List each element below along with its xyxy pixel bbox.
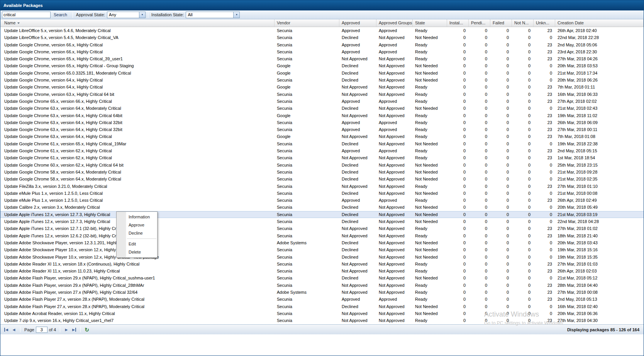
approval-state-value: Any	[107, 12, 139, 18]
cell-not_needed: 0	[512, 232, 534, 239]
cell-state: Ready	[413, 147, 447, 154]
table-row[interactable]: Update Google Chrome, version 66.x, High…	[0, 48, 644, 55]
table-row[interactable]: Update Adobe Shockwave Player 10.x, vers…	[0, 254, 644, 261]
column-header-not_needed[interactable]: Not N...	[512, 19, 534, 27]
table-row[interactable]: Update FileZilla 3.x, version 3.21.0, Mo…	[0, 183, 644, 190]
table-row[interactable]: Update Adobe Flash Player, version 29.x …	[0, 274, 644, 281]
toolbar-separator	[148, 12, 148, 18]
table-row[interactable]: Update Adobe Flash Player 27.x, version …	[0, 296, 644, 303]
column-header-name[interactable]: Name	[0, 19, 275, 27]
table-row[interactable]: Update Adobe Shockwave Player, version 1…	[0, 239, 644, 246]
cell-installed: 0	[447, 267, 469, 274]
table-row[interactable]: Update Apple iTunes 12.x, version 12.7.3…	[0, 211, 644, 218]
table-row[interactable]: Update Google Chrome 58.x, version 64.x,…	[0, 175, 644, 182]
column-header-state[interactable]: State	[413, 19, 447, 27]
table-row[interactable]: Update LibreOffice 5.x, version 5.4.6, M…	[0, 27, 644, 34]
cell-creation_date: 2nd May, 2018 05:15	[555, 147, 644, 154]
cell-approved: Declined	[339, 162, 376, 169]
column-header-approved[interactable]: Approved	[339, 19, 376, 27]
menu-item-edit[interactable]: Edit	[117, 240, 157, 248]
menu-item-approve[interactable]: Approve	[117, 221, 157, 229]
column-header-installed[interactable]: Instal...	[447, 19, 469, 27]
table-row[interactable]: Update LibreOffice 5.x, version 5.4.5, M…	[0, 34, 644, 41]
table-row[interactable]: Update Google Chrome 63.x, version 64.x,…	[0, 105, 644, 112]
table-row[interactable]: Update eMule Plus 1.x, version 1.2.5.0, …	[0, 190, 644, 197]
table-row[interactable]: Update Google Chrome, version 64.x, High…	[0, 83, 644, 90]
cell-failed: 0	[490, 83, 512, 90]
column-header-pending[interactable]: Pendi...	[469, 19, 490, 27]
table-row[interactable]: Update Google Chrome, version 64.x, High…	[0, 77, 644, 83]
first-page-button[interactable]: ◀	[2, 326, 10, 333]
table-row[interactable]: Update Calibre 2.x, version 3.x, Moderat…	[0, 204, 644, 211]
menu-item-delete[interactable]: Delete	[117, 248, 157, 256]
cell-pending: 0	[469, 133, 490, 140]
cell-not_needed: 0	[512, 133, 534, 140]
cell-name: Update Google Chrome 63.x, version 64.x,…	[0, 105, 275, 112]
column-header-creation_date[interactable]: Creation Date	[555, 19, 644, 27]
table-row[interactable]: Update Google Chrome 63.x, version 64.x,…	[0, 133, 644, 140]
cell-approved_groups: Not Approved	[376, 175, 413, 182]
installation-state-select[interactable]: All ▼	[186, 12, 240, 18]
column-header-vendor[interactable]: Vendor	[275, 19, 339, 27]
table-row[interactable]: Update Adobe Acrobat Reader, version 11.…	[0, 310, 644, 317]
table-row[interactable]: Update Adobe Flash Player 27.x, version …	[0, 303, 644, 310]
previous-page-button[interactable]: ◀	[10, 326, 18, 333]
approval-state-select[interactable]: Any ▼	[107, 12, 146, 18]
cell-creation_date: 26th Apr, 2018 02:40	[555, 27, 644, 34]
cell-failed: 0	[490, 91, 512, 98]
table-row[interactable]: Update Adobe Reader XI 11.x, version 18.…	[0, 261, 644, 267]
cell-approved: Not Approved	[339, 112, 376, 119]
table-row[interactable]: Update Apple iTunes 12.x, version 12.6.2…	[0, 232, 644, 239]
menu-item-decline[interactable]: Decline	[117, 229, 157, 237]
table-row[interactable]: Update Google Chrome 58.x, version 64.x,…	[0, 169, 644, 175]
cell-creation_date: 19th Mar, 2018 22:38	[555, 140, 644, 147]
cell-pending: 0	[469, 317, 490, 324]
cell-name: Update Google Chrome, version 66.x, High…	[0, 48, 275, 55]
cell-installed: 0	[447, 154, 469, 161]
table-row[interactable]: Update Google Chrome 61.x, version 62.x,…	[0, 147, 644, 154]
table-row[interactable]: Update Google Chrome 60.x, version 62.x,…	[0, 162, 644, 169]
column-header-failed[interactable]: Failed	[490, 19, 512, 27]
column-header-approved_groups[interactable]: Approved Groups	[376, 19, 413, 27]
cell-creation_date: 16th Mar, 2018 06:33	[555, 91, 644, 98]
cell-creation_date: 16th Mar, 2018 02:40	[555, 303, 644, 310]
cell-state: Ready	[413, 27, 447, 34]
table-row[interactable]: Update Google Chrome, version 66.x, High…	[0, 41, 644, 48]
table-row[interactable]: Update Adobe Shockwave Player 10.x, vers…	[0, 246, 644, 253]
table-row[interactable]: Update Adobe Flash Player, version 29.x …	[0, 282, 644, 289]
refresh-button[interactable]: ↻	[83, 326, 91, 333]
table-row[interactable]: Update Adobe Reader XI 11.x, version 11.…	[0, 267, 644, 274]
table-row[interactable]: Update Google Chrome 61.x, version 62.x,…	[0, 154, 644, 161]
menu-item-information[interactable]: Information	[117, 213, 157, 221]
table-row[interactable]: Update Google Chrome 63.x, version 64.x,…	[0, 119, 644, 126]
column-header-unknown[interactable]: Unkn...	[534, 19, 555, 27]
search-input[interactable]	[2, 12, 51, 18]
table-row[interactable]: Update Google Chrome, version 65.0.3325.…	[0, 70, 644, 77]
table-row[interactable]: Update Google Chrome 63.x, version 64.x,…	[0, 126, 644, 133]
table-row[interactable]: Update Adobe Flash Player, version 27.x …	[0, 289, 644, 296]
table-row[interactable]: Update eMule Plus 1.x, version 1.2.5.0, …	[0, 197, 644, 204]
cell-approved: Approved	[339, 98, 376, 105]
cell-failed: 0	[490, 267, 512, 274]
table-row[interactable]: Update Google Chrome 65.x, version 66.x,…	[0, 98, 644, 105]
cell-pending: 0	[469, 261, 490, 267]
cell-approved: Not Approved	[339, 154, 376, 161]
table-row[interactable]: Update Apple iTunes 12.x, version 12.7.3…	[0, 218, 644, 225]
table-row[interactable]: Update Google Chrome, version 65.x, High…	[0, 55, 644, 62]
cell-failed: 0	[490, 261, 512, 267]
next-page-button[interactable]: ▶	[63, 326, 70, 333]
table-row[interactable]: Update Apple iTunes 12.x, version 12.7.1…	[0, 225, 644, 232]
search-button[interactable]: Search	[51, 11, 70, 19]
cell-vendor: Secunia	[275, 218, 339, 225]
table-row[interactable]: Update Google Chrome, version 63.x, High…	[0, 91, 644, 98]
table-row[interactable]: Update Google Chrome 63.x, version 64.x,…	[0, 112, 644, 119]
page-number-input[interactable]	[36, 327, 47, 333]
approval-state-trigger[interactable]: ▼	[139, 12, 146, 18]
cell-name: Update LibreOffice 5.x, version 5.4.5, M…	[0, 34, 275, 41]
table-row[interactable]: Update 7-zip 9.x, version 16.x, Highly C…	[0, 317, 644, 324]
table-row[interactable]: Update Google Chrome, version 65.x, High…	[0, 62, 644, 69]
cell-state: Ready	[413, 91, 447, 98]
installation-state-trigger[interactable]: ▼	[233, 12, 240, 18]
last-page-button[interactable]: ▶	[70, 326, 78, 333]
table-row[interactable]: Update Google Chrome 61.x, version 65.x,…	[0, 140, 644, 147]
